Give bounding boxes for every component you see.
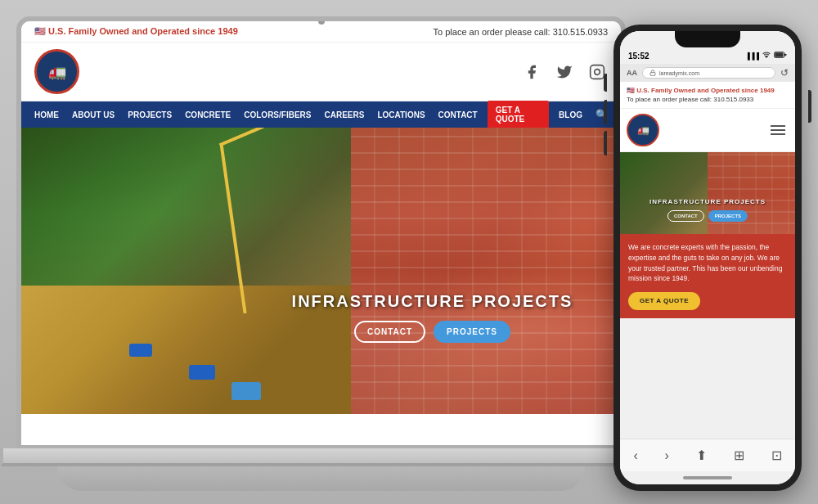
phone: 15:52 ▐▐▐ AA	[614, 25, 802, 491]
laptop-frame: 🇺🇸 U.S. Family Owned and Operated since …	[16, 16, 626, 450]
svg-rect-0	[591, 65, 605, 79]
phone-browser-aa[interactable]: AA	[627, 69, 637, 77]
svg-rect-4	[784, 54, 787, 56]
logo-icon: 🚛	[48, 63, 66, 81]
phone-hamburger-menu[interactable]	[767, 122, 789, 138]
phone-cta-button[interactable]: GET A QUOTE	[628, 292, 700, 310]
phone-hero-projects-button[interactable]: PROJECTS	[708, 210, 748, 222]
social-icons	[521, 61, 608, 83]
laptop: 🇺🇸 U.S. Family Owned and Operated since …	[16, 16, 626, 491]
nav-item-home[interactable]: HOME	[28, 101, 65, 128]
phone-browser-bar: AA lareadymix.com ↺	[620, 64, 795, 82]
phone-hero: INFRASTRUCTURE PROJECTS CONTACT PROJECTS	[620, 152, 795, 234]
scene: 🇺🇸 U.S. Family Owned and Operated since …	[0, 0, 818, 504]
phone-nav-menu[interactable]: ⊡	[763, 446, 790, 465]
phone-bottom-nav: ‹ › ⬆ ⊞ ⊡	[620, 439, 795, 471]
nav-item-colors[interactable]: COLORS/FIBERS	[237, 101, 317, 128]
phone-hero-buildings	[708, 152, 795, 234]
phone-wifi-icon	[762, 51, 771, 61]
nav-item-concrete[interactable]: CONCRETE	[178, 101, 237, 128]
phone-frame: 15:52 ▐▐▐ AA	[614, 25, 802, 491]
topbar-flag-text: 🇺🇸 U.S. Family Owned and Operated since …	[34, 26, 238, 37]
laptop-screen: 🇺🇸 U.S. Family Owned and Operated since …	[21, 21, 621, 445]
phone-topbar-flag: 🇺🇸 U.S. Family Owned and Operated since …	[627, 87, 789, 94]
phone-signal-icon: ▐▐▐	[745, 52, 759, 60]
phone-volume-down-button[interactable]	[604, 131, 607, 155]
laptop-foot	[57, 466, 585, 491]
phone-hero-text: INFRASTRUCTURE PROJECTS CONTACT PROJECTS	[649, 198, 766, 222]
hamburger-line-3	[771, 133, 785, 135]
hero-text-area: INFRASTRUCTURE PROJECTS CONTACT PROJECTS	[292, 292, 573, 343]
phone-site-topbar: 🇺🇸 U.S. Family Owned and Operated since …	[620, 82, 795, 109]
phone-nav-back[interactable]: ‹	[625, 447, 645, 465]
hero-buttons: CONTACT PROJECTS	[292, 321, 573, 343]
laptop-camera	[318, 18, 325, 25]
topbar-phone-text: To place an order please call: 310.515.0…	[434, 27, 608, 37]
hero-buildings	[351, 128, 621, 414]
hamburger-line-1	[771, 125, 785, 127]
hero-truck1	[129, 344, 152, 357]
hero-projects-button[interactable]: PROJECTS	[434, 321, 510, 343]
phone-nav-share[interactable]: ⬆	[688, 446, 715, 465]
phone-hero-buttons: CONTACT PROJECTS	[649, 210, 766, 222]
phone-screen: 15:52 ▐▐▐ AA	[620, 31, 795, 484]
nav-item-projects[interactable]: PROJECTS	[121, 101, 178, 128]
phone-site-header: 🚛	[620, 109, 795, 152]
nav-cta-button[interactable]: GET A QUOTE	[488, 101, 549, 128]
phone-logo-icon: 🚛	[637, 124, 649, 136]
phone-home-indicator[interactable]	[683, 476, 732, 479]
site-hero: INFRASTRUCTURE PROJECTS CONTACT PROJECTS	[21, 128, 621, 414]
phone-content-section: We are concrete experts with the passion…	[620, 234, 795, 318]
twitter-icon[interactable]	[554, 61, 575, 83]
phone-nav-tabs[interactable]: ⊞	[726, 446, 753, 465]
phone-hero-title: INFRASTRUCTURE PROJECTS	[649, 198, 766, 205]
nav-search-icon[interactable]: 🔍	[589, 109, 614, 120]
svg-rect-3	[775, 52, 783, 56]
nav-item-locations[interactable]: LOCATIONS	[371, 101, 431, 128]
nav-item-careers[interactable]: CAREERS	[318, 101, 371, 128]
svg-rect-5	[650, 73, 655, 76]
phone-hero-contact-button[interactable]: CONTACT	[667, 210, 704, 222]
phone-nav-forward[interactable]: ›	[657, 447, 677, 465]
nav-item-about[interactable]: ABOUT US	[65, 101, 121, 128]
hero-contact-button[interactable]: CONTACT	[354, 321, 425, 343]
hero-title: INFRASTRUCTURE PROJECTS	[292, 292, 573, 311]
site-logo: 🚛	[34, 49, 79, 94]
hero-truck3	[231, 382, 261, 400]
hero-truck2	[189, 365, 215, 380]
phone-mute-button[interactable]	[604, 74, 607, 92]
site-nav: HOME ABOUT US PROJECTS CONCRETE COLORS/F…	[21, 101, 621, 128]
hamburger-line-2	[771, 129, 785, 131]
phone-status-icons: ▐▐▐	[745, 51, 787, 61]
phone-browser-reload[interactable]: ↺	[780, 67, 789, 79]
phone-topbar-phone: To place an order please call: 310.515.0…	[627, 96, 789, 103]
phone-battery-icon	[774, 51, 787, 61]
phone-time: 15:52	[628, 52, 649, 61]
facebook-icon[interactable]	[521, 61, 542, 83]
nav-item-contact[interactable]: CONTACT	[432, 101, 484, 128]
nav-item-blog[interactable]: BLOG	[552, 101, 589, 128]
phone-notch	[675, 31, 740, 47]
phone-url-bar[interactable]: lareadymix.com	[642, 67, 775, 79]
phone-power-button[interactable]	[808, 90, 811, 123]
site-header: 🚛	[21, 43, 621, 101]
laptop-base	[0, 448, 642, 466]
phone-content-text: We are concrete experts with the passion…	[628, 242, 787, 284]
site-logo-inner: 🚛	[40, 55, 74, 89]
phone-logo: 🚛	[627, 114, 659, 146]
phone-volume-up-button[interactable]	[604, 100, 607, 124]
